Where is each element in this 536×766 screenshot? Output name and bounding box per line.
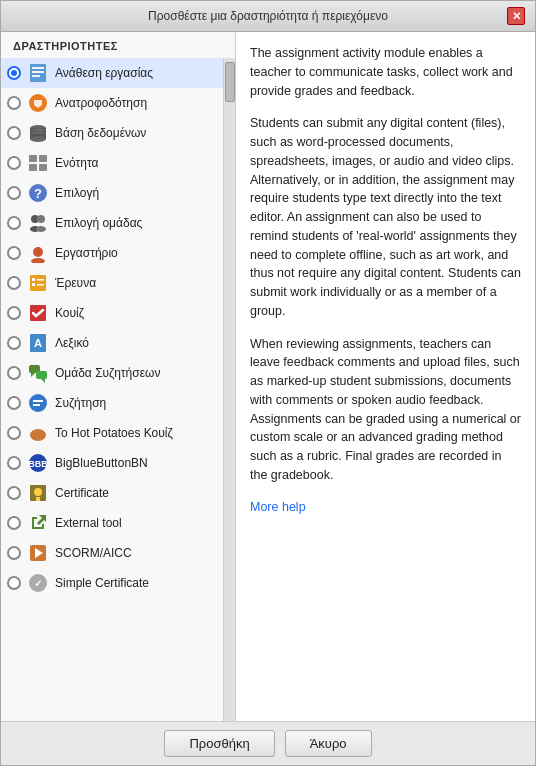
radio-simplecert[interactable] [7, 576, 21, 590]
scrollbar-track[interactable] [223, 58, 235, 721]
group-choice-icon [27, 212, 49, 234]
left-panel: ΔΡΑΣΤΗΡΙΟΤΗΤΕΣ Ανάθεση εργασίαςΑνατροφοδ… [1, 32, 236, 721]
radio-certificate[interactable] [7, 486, 21, 500]
radio-workshop[interactable] [7, 246, 21, 260]
activities-list: Ανάθεση εργασίαςΑνατροφοδότησηΒάση δεδομ… [1, 58, 223, 721]
content-area: ΔΡΑΣΤΗΡΙΟΤΗΤΕΣ Ανάθεση εργασίαςΑνατροφοδ… [1, 32, 535, 721]
external-icon [27, 512, 49, 534]
scorm-icon [27, 542, 49, 564]
list-item-certificate[interactable]: Certificate [1, 478, 223, 508]
svg-point-12 [30, 136, 46, 142]
list-item-feedback[interactable]: Ανατροφοδότηση [1, 88, 223, 118]
svg-rect-28 [37, 279, 44, 281]
list-item-quiz[interactable]: Κουίζ [1, 298, 223, 328]
radio-feedback[interactable] [7, 96, 21, 110]
item-label-glossary: Λεξικό [55, 336, 89, 350]
svg-rect-1 [32, 67, 44, 69]
list-item-survey[interactable]: Έρευνα [1, 268, 223, 298]
assignment-icon [27, 62, 49, 84]
svg-marker-34 [31, 373, 35, 377]
radio-bbb[interactable] [7, 456, 21, 470]
item-label-forum-group: Ομάδα Συζητήσεων [55, 366, 160, 380]
radio-choice[interactable] [7, 186, 21, 200]
activities-header: ΔΡΑΣΤΗΡΙΟΤΗΤΕΣ [1, 32, 235, 58]
item-label-workshop: Εργαστήριο [55, 246, 118, 260]
list-item-glossary[interactable]: AΛεξικό [1, 328, 223, 358]
item-label-bbb: BigBlueButtonBN [55, 456, 148, 470]
radio-forum-group[interactable] [7, 366, 21, 380]
list-item-external[interactable]: External tool [1, 508, 223, 538]
item-label-group-choice: Επιλογή ομάδας [55, 216, 142, 230]
list-item-scorm[interactable]: SCORM/AICC [1, 538, 223, 568]
left-inner: Ανάθεση εργασίαςΑνατροφοδότησηΒάση δεδομ… [1, 58, 235, 721]
svg-marker-36 [41, 379, 45, 383]
feedback-icon [27, 92, 49, 114]
radio-hotpotatoes[interactable] [7, 426, 21, 440]
radio-group-choice[interactable] [7, 216, 21, 230]
radio-quiz[interactable] [7, 306, 21, 320]
workshop-icon [27, 242, 49, 264]
svg-point-22 [36, 226, 46, 232]
svg-text:✓: ✓ [34, 578, 42, 589]
list-item-hotpotatoes[interactable]: Το Hot Potatoes Κουίζ [1, 418, 223, 448]
item-label-choice: Επιλογή [55, 186, 99, 200]
list-item-workshop[interactable]: Εργαστήριο [1, 238, 223, 268]
list-item-section[interactable]: Ενότητα [1, 148, 223, 178]
svg-point-23 [33, 247, 43, 257]
svg-point-20 [37, 215, 45, 223]
list-item-bbb[interactable]: BBBBigBlueButtonBN [1, 448, 223, 478]
item-label-survey: Έρευνα [55, 276, 96, 290]
description-paragraph-3: When reviewing assignments, teachers can… [250, 335, 521, 485]
list-item-choice[interactable]: ?Επιλογή [1, 178, 223, 208]
svg-rect-39 [33, 404, 40, 406]
svg-point-24 [31, 258, 45, 263]
item-label-quiz: Κουίζ [55, 306, 84, 320]
svg-rect-13 [29, 155, 37, 162]
list-item-forum-group[interactable]: Ομάδα Συζητήσεων [1, 358, 223, 388]
list-item-forum[interactable]: Συζήτηση [1, 388, 223, 418]
radio-external[interactable] [7, 516, 21, 530]
svg-rect-16 [39, 164, 47, 171]
list-item-assignment[interactable]: Ανάθεση εργασίας [1, 58, 223, 88]
svg-rect-27 [32, 283, 35, 286]
dialog: Προσθέστε μια δραστηριότητα ή περιεχόμεν… [0, 0, 536, 766]
radio-section[interactable] [7, 156, 21, 170]
svg-rect-46 [36, 497, 40, 501]
radio-database[interactable] [7, 126, 21, 140]
quiz-icon [27, 302, 49, 324]
certificate-icon [27, 482, 49, 504]
description-paragraph-1: The assignment activity module enables a… [250, 44, 521, 100]
item-label-hotpotatoes: Το Hot Potatoes Κουίζ [55, 426, 173, 440]
add-button[interactable]: Προσθήκη [164, 730, 274, 757]
right-panel: The assignment activity module enables a… [236, 32, 535, 721]
radio-survey[interactable] [7, 276, 21, 290]
cancel-button[interactable]: Άκυρο [285, 730, 372, 757]
svg-rect-15 [29, 164, 37, 171]
item-label-section: Ενότητα [55, 156, 98, 170]
more-help-link[interactable]: More help [250, 500, 306, 514]
list-item-database[interactable]: Βάση δεδομένων [1, 118, 223, 148]
item-label-scorm: SCORM/AICC [55, 546, 132, 560]
item-label-forum: Συζήτηση [55, 396, 106, 410]
item-label-external: External tool [55, 516, 122, 530]
svg-text:BBB: BBB [28, 459, 48, 469]
svg-rect-14 [39, 155, 47, 162]
list-item-group-choice[interactable]: Επιλογή ομάδας [1, 208, 223, 238]
database-icon [27, 122, 49, 144]
radio-scorm[interactable] [7, 546, 21, 560]
choice-icon: ? [27, 182, 49, 204]
svg-point-37 [29, 394, 47, 412]
radio-assignment[interactable] [7, 66, 21, 80]
dialog-title: Προσθέστε μια δραστηριότητα ή περιεχόμεν… [29, 9, 507, 23]
svg-rect-3 [32, 75, 40, 77]
bbb-icon: BBB [27, 452, 49, 474]
close-button[interactable]: ✕ [507, 7, 525, 25]
item-label-feedback: Ανατροφοδότηση [55, 96, 147, 110]
hotpotatoes-icon [27, 422, 49, 444]
radio-glossary[interactable] [7, 336, 21, 350]
svg-rect-35 [36, 371, 47, 379]
svg-rect-26 [32, 278, 35, 281]
list-item-simplecert[interactable]: ✓Simple Certificate [1, 568, 223, 598]
radio-forum[interactable] [7, 396, 21, 410]
section-icon [27, 152, 49, 174]
